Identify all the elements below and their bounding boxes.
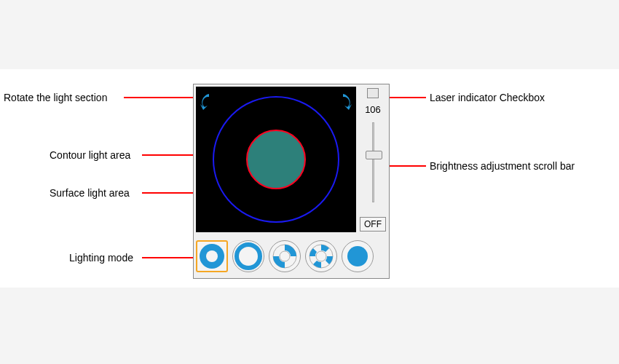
side-controls: 106: [358, 87, 387, 232]
label-mode: Lighting mode: [69, 252, 133, 264]
svg-point-4: [280, 251, 290, 261]
light-display[interactable]: [196, 87, 356, 232]
rotate-left-icon[interactable]: [200, 94, 209, 110]
rotate-right-icon[interactable]: [343, 94, 352, 110]
mode-solid[interactable]: [342, 240, 374, 272]
label-contour: Contour light area: [50, 149, 130, 161]
brightness-slider[interactable]: [372, 122, 374, 202]
light-svg: [196, 87, 356, 232]
brightness-value: 106: [358, 104, 387, 115]
mode-thin-ring[interactable]: [232, 240, 264, 272]
label-laser: Laser indicator Checkbox: [430, 92, 545, 103]
laser-checkbox[interactable]: [367, 88, 379, 98]
label-rotate: Rotate the light section: [4, 92, 107, 103]
svg-point-1: [206, 250, 218, 262]
off-button[interactable]: OFF: [360, 217, 386, 232]
label-brightness: Brightness adjustment scroll bar: [430, 160, 575, 172]
svg-point-7: [347, 246, 368, 266]
svg-point-2: [237, 245, 260, 268]
lighting-mode-row: [196, 237, 385, 275]
mode-octo-ring[interactable]: [305, 240, 337, 272]
lighting-panel: 106 OFF: [193, 84, 390, 279]
contour-circle[interactable]: [247, 130, 305, 189]
slider-thumb[interactable]: [366, 151, 382, 159]
mode-full-ring[interactable]: [196, 240, 228, 272]
label-surface: Surface light area: [50, 187, 130, 199]
arrow-mode: [142, 257, 200, 258]
mode-quad-ring[interactable]: [269, 240, 301, 272]
svg-point-6: [316, 251, 326, 261]
